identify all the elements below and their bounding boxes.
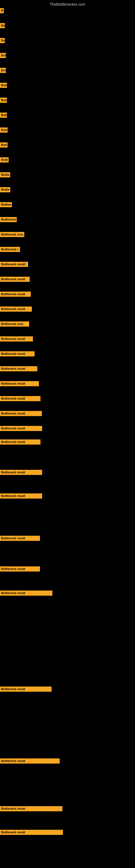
bar-label: Bottleneck result: [0, 536, 40, 541]
bar-label: Bottleneck r: [0, 247, 20, 252]
bar-label: Bottleneck result: [0, 307, 32, 312]
bar-label: Bottleneck result: [0, 291, 31, 297]
bar-row: Bott: [0, 98, 7, 103]
bar-row: Bott: [0, 83, 7, 88]
bar-label: Bottleneck result: [0, 351, 35, 356]
bar-label: Bottleneck result: [0, 411, 42, 416]
bar-label: Bott: [0, 113, 7, 118]
bar-row: Bottl: [0, 157, 9, 162]
bar-row: Bo: [0, 38, 5, 43]
bar-label: Bottleneck result: [0, 366, 37, 371]
bar-label: Bottleneck resu: [0, 232, 24, 237]
bar-row: Bot: [0, 53, 6, 58]
bar-row: Bottleneck result: [0, 411, 42, 416]
bar-label: Bott: [0, 143, 8, 148]
bar-row: Bottleneck result: [0, 351, 35, 356]
bar-row: Bottleneck result: [0, 426, 42, 431]
bar-row: Bottlen: [0, 202, 12, 207]
bar-label: Bottleneck result: [0, 381, 39, 386]
bar-row: Bottleneck result: [0, 336, 33, 341]
bar-row: Bottleneck result: [0, 396, 41, 401]
bar-row: Bottleneck result: [0, 536, 40, 541]
bar-label: Bottleneck result: [0, 426, 42, 431]
bar-row: Bottleneck result: [0, 493, 42, 499]
bar-label: Bottle: [0, 172, 10, 177]
bar-label: Bottl: [0, 157, 9, 162]
bar-label: Bo: [0, 38, 5, 43]
bar-label: Bottleneck result: [0, 439, 41, 444]
bar-row: Bottleneck result: [0, 381, 39, 386]
bar-label: Bottleneck result: [0, 470, 42, 475]
bar-row: Bottleneck result: [0, 307, 32, 312]
bar-label: Bottlen: [0, 202, 12, 207]
site-title: TheBottlenecker.com: [0, 0, 135, 8]
bar-row: Bottleneck: [0, 217, 17, 222]
bar-label: Bottleneck result: [0, 262, 28, 267]
bar-label: Bot: [0, 53, 6, 58]
bar-row: Bottleneck result: [0, 758, 60, 764]
bar-row: Bottleneck result: [0, 262, 28, 267]
bar-label: Bottleneck resu: [0, 321, 29, 327]
bar-label: Bo: [0, 23, 5, 28]
bar-row: Bottleneck result: [0, 830, 63, 835]
bar-label: Bottleneck result: [0, 758, 60, 764]
bar-label: Bottleneck result: [0, 566, 40, 571]
bar-label: Bottleneck: [0, 217, 17, 222]
bar-label: Bot: [0, 68, 6, 73]
bar-row: Bottleneck result: [0, 566, 40, 571]
bar-row: Bottleneck result: [0, 806, 62, 811]
bar-label: Bottleneck result: [0, 590, 52, 596]
bar-label: Bottleneck result: [0, 806, 62, 811]
bar-row: Bot: [0, 68, 6, 73]
bar-label: B: [0, 8, 4, 13]
bar-row: Bott: [0, 113, 7, 118]
bar-row: Bott: [0, 143, 8, 148]
bar-row: Bottle: [0, 172, 10, 177]
bar-row: Bottleneck result: [0, 366, 37, 371]
bar-row: Bottleneck resu: [0, 321, 29, 327]
bar-row: Bo: [0, 23, 5, 28]
bar-row: Bottleneck result: [0, 686, 52, 692]
bar-label: Bott: [0, 83, 7, 88]
bars-container: BBoBoBotBotBottBottBottBottBottBottlBott…: [0, 8, 135, 868]
bar-label: Bottleneck result: [0, 336, 33, 341]
bar-label: Bottleneck result: [0, 686, 52, 692]
bar-row: Bottleneck result: [0, 590, 52, 596]
bar-label: Bottleneck result: [0, 277, 30, 282]
bar-row: Bottleneck resu: [0, 232, 24, 237]
bar-row: Bottleneck r: [0, 247, 20, 252]
bar-row: Bottleneck result: [0, 291, 31, 297]
bar-row: Bott: [0, 127, 8, 133]
bar-row: Bottleneck result: [0, 439, 41, 444]
bar-label: Bottleneck result: [0, 396, 41, 401]
bar-row: B: [0, 8, 4, 13]
bar-label: Bott: [0, 98, 7, 103]
bar-label: Bottle: [0, 187, 10, 192]
bar-label: Bottleneck result: [0, 493, 42, 499]
bar-label: Bottleneck result: [0, 830, 63, 835]
bar-row: Bottleneck result: [0, 470, 42, 475]
bar-row: Bottleneck result: [0, 277, 30, 282]
bar-label: Bott: [0, 127, 8, 133]
bar-row: Bottle: [0, 187, 10, 192]
